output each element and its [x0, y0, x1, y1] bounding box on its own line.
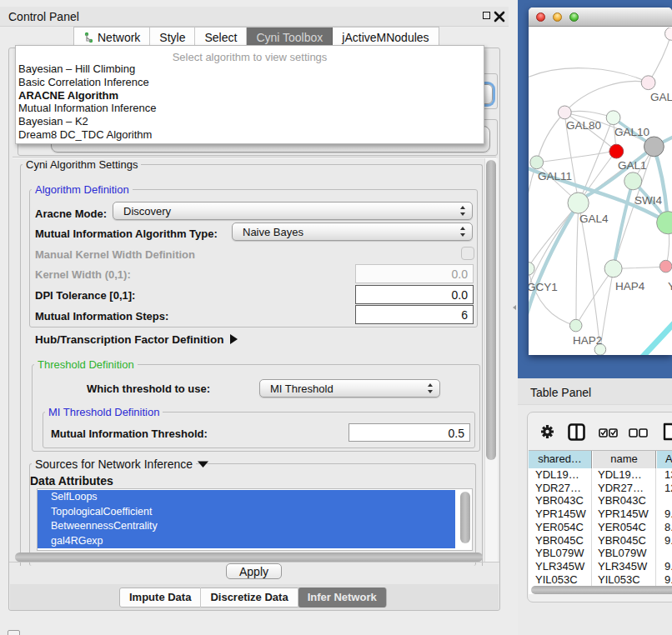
svg-text:SWI4: SWI4	[634, 194, 662, 207]
svg-text:GAL7: GAL7	[650, 91, 672, 103]
svg-text:HAP4: HAP4	[615, 280, 645, 292]
svg-text:GCY1: GCY1	[529, 281, 558, 293]
svg-text:HAP2: HAP2	[573, 334, 602, 347]
svg-text:GAL1: GAL1	[618, 159, 647, 172]
svg-text:GAL10: GAL10	[614, 126, 649, 138]
svg-text:GAL80: GAL80	[566, 119, 601, 132]
svg-text:GAL4: GAL4	[579, 212, 609, 225]
svg-text:GAL11: GAL11	[538, 170, 572, 182]
svg-text:Y: Y	[668, 280, 672, 292]
